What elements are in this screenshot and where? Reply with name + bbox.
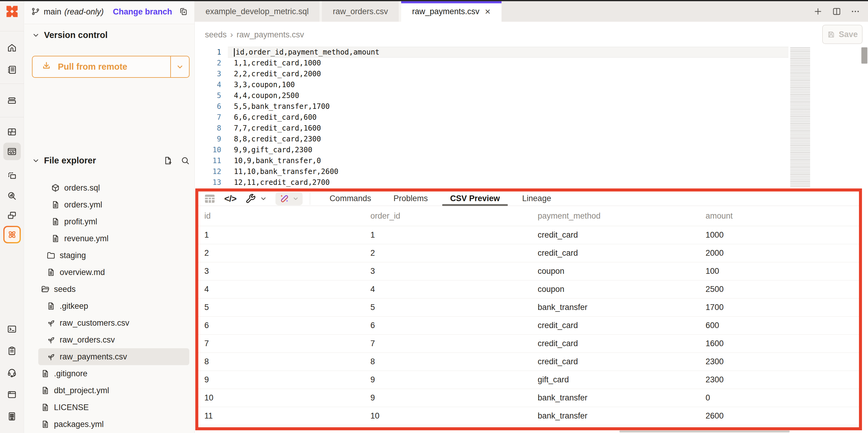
file-item--gitignore[interactable]: .gitignore [38,365,189,382]
rail-item-stack[interactable] [3,91,21,109]
window-top-edge [0,0,868,1]
file-item-raw-customers-csv[interactable]: raw_customers.csv [38,315,189,331]
more-options-button[interactable] [850,7,860,16]
change-branch-link[interactable]: Change branch [113,7,172,17]
rail-item-windows[interactable] [3,206,21,224]
download-icon [41,61,51,73]
rail-item-code-window[interactable] [3,143,21,160]
copy-branch-button[interactable] [179,7,188,17]
file-item-raw-payments-csv[interactable]: raw_payments.csv [38,348,189,365]
file-item-seeds[interactable]: seeds [38,281,189,298]
file-explorer-header[interactable]: File explorer [32,155,190,166]
table-row: 109bank_transfer0 [198,389,859,407]
table-cell: 2300 [706,375,859,384]
panel-tab-problems[interactable]: Problems [384,192,437,206]
file-item--gitkeep[interactable]: .gitkeep [38,298,189,315]
file-tree: orders.sqlorders.ymlprofit.ymlrevenue.ym… [24,179,189,433]
ellipsis-icon [850,7,860,16]
file-item-revenue-yml[interactable]: revenue.yml [38,230,189,247]
build-tools-dropdown[interactable] [260,195,267,202]
rail-item-building[interactable] [3,407,21,425]
editor-tab-example-develop-metric-sql[interactable]: example_develop_metric.sql [195,1,319,22]
file-item-orders-sql[interactable]: orders.sql [38,179,189,196]
rail-divider [0,84,24,84]
file-item-dbt-project-yml[interactable]: dbt_project.yml [38,382,189,399]
rail-item-headset[interactable] [3,363,21,381]
file-name: revenue.yml [64,234,108,243]
column-header-id: id [204,211,370,221]
chart-search-icon [7,191,17,201]
bottom-panel-annotated: </> CommandsProblemsCS [195,189,862,430]
rail-item-terminal[interactable] [3,320,21,338]
rail-item-frame[interactable] [3,167,21,184]
home-icon [7,43,17,53]
layout-icon [7,127,17,137]
editor-tab-raw-payments-csv[interactable]: raw_payments.csv× [399,1,501,22]
chevron-down-icon [32,31,40,39]
horizontal-scrollbar-thumb[interactable] [619,431,789,432]
table-cell: 2500 [706,285,859,294]
main-area: example_develop_metric.sqlraw_orders.csv… [195,0,868,433]
rail-item-home[interactable] [3,39,21,56]
new-tab-button[interactable] [813,7,823,16]
line-number: 13 [195,178,221,186]
table-row: 66credit_card600 [198,317,859,335]
pull-from-remote-button[interactable]: Pull from remote [32,56,190,78]
editor-scrollbar-thumb[interactable] [861,47,867,64]
save-label: Save [839,30,858,39]
search-files-button[interactable] [181,156,190,165]
table-cell: 8 [370,357,538,366]
chevron-down-icon [32,157,40,165]
build-tools-button[interactable] [245,193,257,204]
panel-tab-csv-preview[interactable]: CSV Preview [441,192,509,206]
file-item-orders-yml[interactable]: orders.yml [38,196,189,213]
minimap[interactable] [790,47,810,187]
file-item-staging[interactable]: staging [38,247,189,264]
folder-open-icon [41,285,50,294]
compiled-code-button[interactable]: </> [224,194,236,204]
editor-tab-raw-orders-csv[interactable]: raw_orders.csv [319,1,399,22]
rail-item-atom[interactable] [3,226,21,243]
copilot-button[interactable] [276,192,303,205]
code-line: 109,9,gift_card,2300 [195,144,868,155]
rail-item-browser[interactable] [3,386,21,403]
file-item-packages-yml[interactable]: packages.yml [38,416,189,433]
table-row: 88credit_card2300 [198,353,859,371]
save-button[interactable]: Save [822,25,863,44]
rail-item-chart-search[interactable] [3,187,21,204]
results-table-button[interactable] [204,193,216,204]
git-branch-icon [31,7,40,17]
split-editor-button[interactable] [832,7,841,16]
version-control-header[interactable]: Version control [32,30,107,40]
file-item-raw-orders-csv[interactable]: raw_orders.csv [38,331,189,348]
file-item-profit-yml[interactable]: profit.yml [38,213,189,230]
branch-mode: (read-only) [64,7,104,17]
code-text-area[interactable]: 1id,order_id,payment_method,amount21,1,c… [195,47,868,188]
code-line: 21,1,credit_card,1000 [195,58,868,68]
tab-label: raw_payments.csv [412,7,479,16]
file-item-license[interactable]: LICENSE [38,399,189,416]
table-cell: 9 [370,375,538,384]
csv-preview-header-row: idorder_idpayment_methodamount [198,206,859,226]
tab-controls [805,1,868,22]
rail-item-notebook[interactable] [3,61,21,78]
pull-options-dropdown[interactable] [170,56,189,77]
plus-icon [813,7,823,16]
breadcrumb-segment: seeds [205,30,227,39]
table-cell: 10 [204,393,370,403]
app-window: main (read-only) Change branch Version c… [0,0,868,433]
rail-item-layout[interactable] [3,123,21,141]
headset-icon [7,367,17,377]
rail-item-clipboard[interactable] [3,342,21,359]
table-row: 1110bank_transfer2600 [198,407,859,425]
table-row: 77credit_card1600 [198,335,859,353]
search-icon [181,156,190,165]
table-cell: 7 [204,339,370,348]
toolbar-divider [310,193,310,205]
new-file-button[interactable] [163,156,173,165]
file-item-overview-md[interactable]: overview.md [38,264,189,281]
table-cell: 2300 [706,357,859,366]
panel-tab-commands[interactable]: Commands [320,192,380,206]
close-icon[interactable]: × [485,7,491,16]
panel-tab-lineage[interactable]: Lineage [513,192,560,206]
